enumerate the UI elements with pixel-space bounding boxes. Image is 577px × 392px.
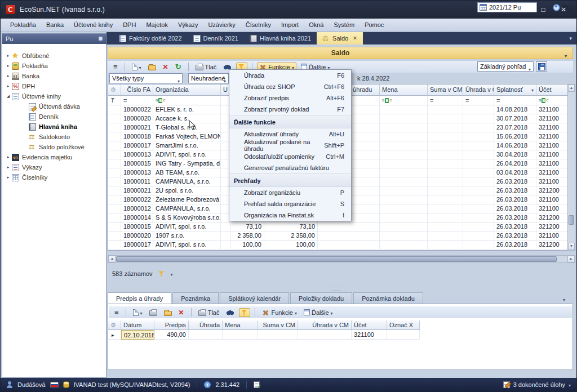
detail-open-button[interactable] — [162, 308, 174, 317]
detail-new-button[interactable] — [131, 308, 145, 317]
tab-close-icon[interactable]: ✕ — [353, 35, 357, 41]
cell-cislo-fa[interactable]: 18000018 — [121, 132, 153, 141]
cell-organizacia[interactable]: CAMPANULA, s.r.o. — [153, 204, 221, 213]
tasks-status-group[interactable]: 3 dokončené úlohy — [503, 381, 571, 388]
column-header-uhrada-cm[interactable]: Úhrada v CM — [463, 84, 494, 96]
sidebar-tree-item[interactable]: Denník — [2, 112, 106, 122]
menu-item[interactable]: Aktualizovať úhrady Alt+U — [229, 128, 351, 140]
column-header-mena[interactable]: Mena — [223, 320, 258, 330]
scroll-right-icon[interactable]: ▸ — [567, 256, 575, 262]
cell-ucet[interactable]: 321200 — [536, 213, 568, 222]
cell-cislo-fa[interactable]: 18000011 — [121, 177, 153, 186]
document-tab[interactable]: Hlavná kniha 2021 ✕ — [244, 32, 317, 44]
tree-expander-icon[interactable]: ▸ — [5, 84, 12, 88]
detail-print-button[interactable]: Tlač — [196, 308, 222, 317]
cell-ucet[interactable]: 321100 — [536, 150, 568, 159]
cell-splatnost[interactable]: 26.03.2018 — [494, 213, 536, 222]
cell-poslane[interactable] — [318, 231, 380, 240]
tree-expander-icon[interactable]: ▸ — [5, 54, 12, 58]
cell-splatnost[interactable]: 26.03.2018 — [494, 204, 536, 213]
tree-expander-icon[interactable]: ◢ — [5, 94, 12, 99]
cell-cislo-fa[interactable]: 18000020 — [121, 231, 153, 240]
cell-suma-cm[interactable] — [428, 195, 463, 204]
cell-uhrada-cm[interactable] — [463, 186, 494, 195]
detail-more-button[interactable]: Ďalšie — [301, 308, 335, 317]
document-tab[interactable]: Faktúry došlé 2022 ✕ — [113, 32, 188, 44]
cell-mena[interactable] — [380, 168, 428, 177]
autofilter-organizacia[interactable] — [153, 96, 221, 105]
detail-tabs-dropdown-icon[interactable] — [563, 296, 565, 302]
table-row[interactable]: 18000015 ADIVIT, spol. s r.o. 73,10 73,1… — [108, 222, 567, 231]
cell-ucet[interactable]: 321200 — [536, 222, 568, 231]
menu-bar-item[interactable]: DPH — [118, 19, 141, 32]
cell-oznac[interactable] — [387, 330, 420, 340]
cell-uhrada-cm[interactable] — [463, 240, 494, 250]
cell-cislo-fa[interactable]: 18000012 — [121, 204, 153, 213]
cell-mena[interactable] — [380, 105, 428, 114]
scroll-left-icon[interactable]: ◂ — [108, 256, 116, 262]
detail-tab[interactable]: Predpis a úhrady — [108, 292, 171, 304]
menu-item[interactable]: Zobraziť predpis Alt+F6 — [229, 92, 351, 104]
autofilter-uhrada-cm[interactable] — [463, 96, 494, 105]
cell-suma-cm[interactable] — [428, 123, 463, 132]
record-filter-funnel-icon[interactable] — [158, 271, 165, 277]
cell-cislo-fa[interactable]: 18000022 — [121, 195, 153, 204]
menu-bar-item[interactable]: Majetok — [141, 19, 173, 32]
open-button[interactable] — [146, 63, 158, 72]
scroll-up-icon[interactable]: ▴ — [568, 84, 575, 92]
column-header-mena[interactable]: Mena — [380, 84, 428, 96]
cell-ucet[interactable]: 321100 — [536, 114, 568, 123]
cell-organizacia[interactable]: ING Tatry - Sympatia, d.d.s... — [153, 159, 221, 168]
column-header-ucet[interactable]: Účet — [536, 84, 568, 96]
cell-uhrada-cm[interactable] — [463, 222, 494, 231]
cell-organizacia[interactable]: 2U spol. s r.o. — [153, 186, 221, 195]
cell-cislo-fa[interactable]: 18000013 — [121, 168, 153, 177]
menu-bar-item[interactable]: Systém — [329, 19, 359, 32]
tasks-dropdown-icon[interactable] — [569, 381, 571, 388]
tree-expander-icon[interactable]: ▸ — [5, 165, 12, 170]
cell-splatnost[interactable]: 26.03.2018 — [494, 177, 536, 186]
detail-device-button[interactable] — [147, 308, 159, 317]
cell-mena[interactable] — [380, 141, 428, 150]
view-selector-combo[interactable]: Základný pohľad — [477, 61, 534, 72]
cell-suma-cm[interactable] — [428, 231, 463, 240]
cell-ucet[interactable]: 321100 — [536, 177, 568, 186]
cell-splatnost[interactable]: 30.04.2018 — [494, 150, 536, 159]
cell-uhrada-cm[interactable] — [463, 168, 494, 177]
record-filter-dropdown-icon[interactable] — [171, 270, 173, 277]
menu-bar-item[interactable]: Uzávierky — [203, 19, 240, 32]
sidebar-tree-item[interactable]: ▸ Obľúbené — [2, 51, 106, 61]
column-header-oznac[interactable]: Označ X — [387, 320, 420, 330]
cell-uhrada-cm[interactable] — [463, 159, 494, 168]
cell-cislo-fa[interactable]: 18000014 — [121, 213, 153, 222]
column-header-predpis[interactable]: Predpis — [154, 320, 189, 330]
cell-suma-cm[interactable] — [428, 114, 463, 123]
cell-mena[interactable] — [380, 123, 428, 132]
cell-uhrada-cm[interactable] — [298, 330, 352, 340]
tree-expander-icon[interactable]: ▸ — [5, 74, 12, 78]
menu-item[interactable]: Úhrada cez SHOP Ctrl+F6 — [229, 81, 351, 92]
detail-tab[interactable]: Poznámka dokladu — [353, 292, 423, 304]
cell-splatnost[interactable]: 26.03.2018 — [494, 231, 536, 240]
cell-mena[interactable] — [380, 195, 428, 204]
cell-u[interactable] — [221, 240, 231, 250]
cell-uhrada-cm[interactable] — [463, 114, 494, 123]
maximize-button[interactable] — [537, 6, 549, 14]
sidebar-tree-item[interactable]: ▸ Evidencia majetku — [2, 152, 106, 162]
cell-mena[interactable] — [380, 177, 428, 186]
menu-item[interactable]: Prehľady — [229, 173, 351, 187]
menu-item[interactable]: Úhrada F6 — [229, 70, 351, 81]
cell-ucet[interactable]: 321200 — [536, 186, 568, 195]
cell-suma-cm[interactable] — [258, 330, 298, 340]
save-view-button[interactable] — [536, 61, 547, 72]
cell-splatnost[interactable]: 03.04.2018 — [494, 168, 536, 177]
scroll-down-icon[interactable]: ▾ — [568, 243, 575, 250]
print-button[interactable]: Tlač — [193, 62, 219, 72]
cell-cislo-fa[interactable]: 18000017 — [121, 141, 153, 150]
cell-cislo-fa[interactable]: 18000013 — [121, 150, 153, 159]
cell-suma-cm[interactable] — [428, 150, 463, 159]
cell-splatnost[interactable]: 14.08.2018 — [494, 105, 536, 114]
cell-splatnost[interactable]: 30.07.2018 — [494, 114, 536, 123]
sidebar-tree-item[interactable]: ▸ Pokladňa — [2, 61, 106, 71]
cell-organizacia[interactable]: AB TEAM, s.r.o. — [153, 168, 221, 177]
